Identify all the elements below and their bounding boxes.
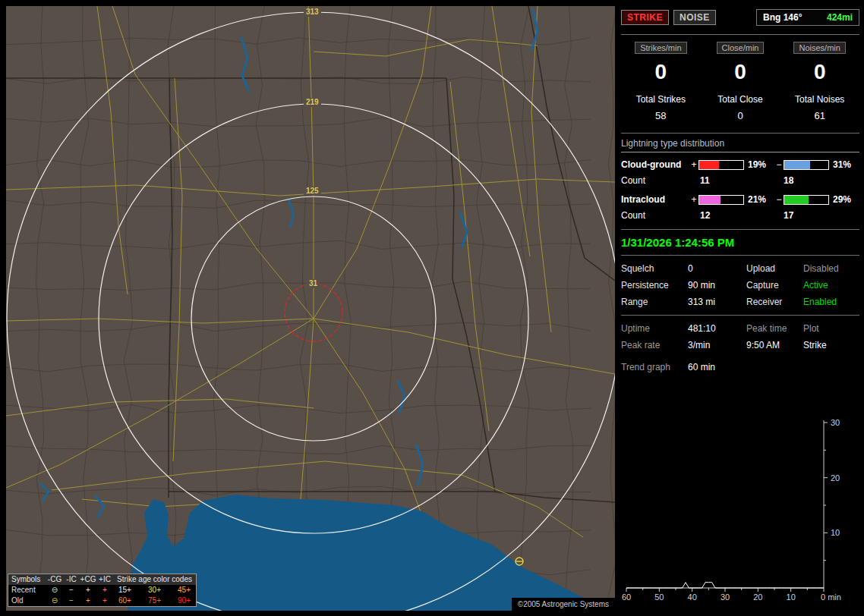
total-strikes-label: Total Strikes xyxy=(621,94,701,105)
svg-text:40: 40 xyxy=(688,592,697,602)
cloud-ground-row: Cloud-ground + 19% − 31% xyxy=(621,159,859,170)
pos-ic-bar-fill xyxy=(699,196,721,204)
old-neg-cg-icon: ⊖ xyxy=(46,596,63,606)
old-pos-ic-icon: + xyxy=(96,596,113,606)
legend-row-label: Recent xyxy=(8,585,46,596)
upload-label: Upload xyxy=(746,263,803,274)
neg-cg-percent: 31% xyxy=(829,159,859,170)
uptime-value: 481:10 xyxy=(688,323,746,334)
legend-row-label: Old xyxy=(8,596,46,606)
recent-pos-ic-icon: + xyxy=(96,585,113,596)
upload-status: Disabled xyxy=(803,263,859,274)
svg-text:10: 10 xyxy=(831,528,840,537)
pos-cg-bar-fill xyxy=(699,161,719,169)
svg-text:30: 30 xyxy=(721,592,730,602)
intracloud-row: Intracloud + 21% − 29% xyxy=(621,194,859,205)
status-panel: STRIKE NOISE Bng 146° 424mi Strikes/min … xyxy=(621,6,859,611)
neg-cg-count: 18 xyxy=(773,175,793,186)
svg-text:20: 20 xyxy=(753,592,762,602)
persistence-value: 90 min xyxy=(688,280,746,291)
range-ring-label: 219 xyxy=(304,98,321,107)
plus-sign: + xyxy=(689,159,698,170)
peak-rate-label: Peak rate xyxy=(621,340,688,350)
age-code: 75+ xyxy=(148,596,161,606)
intracloud-label: Intracloud xyxy=(621,194,689,205)
squelch-label: Squelch xyxy=(621,263,688,274)
map-svg xyxy=(6,6,615,611)
trend-graph: 6050403020100 min102030 xyxy=(621,407,859,608)
age-code: 30+ xyxy=(148,585,161,596)
lightning-map[interactable]: 313 219 125 31 Symbols -CG -IC +CG +IC S… xyxy=(6,6,615,611)
gulf-of-mexico-water xyxy=(128,495,615,611)
neg-cg-bar xyxy=(784,160,829,170)
plot-label: Plot xyxy=(803,323,859,334)
receiver-status: Enabled xyxy=(803,297,859,307)
pos-cg-bar xyxy=(698,160,744,170)
plus-sign: + xyxy=(689,194,698,205)
recent-pos-cg-icon: + xyxy=(80,585,96,596)
age-code: 45+ xyxy=(178,585,191,596)
bearing-value: Bng 146° xyxy=(763,12,802,23)
minus-sign: − xyxy=(774,194,784,205)
pos-ic-count: 12 xyxy=(689,210,773,221)
svg-text:50: 50 xyxy=(654,592,664,602)
uptime-label: Uptime xyxy=(621,323,688,334)
noise-symbol-icon xyxy=(516,558,523,565)
total-strikes-value: 58 xyxy=(621,110,701,121)
range-label: Range xyxy=(621,297,688,307)
legend-col-neg-ic: -IC xyxy=(63,574,80,585)
count-label: Count xyxy=(621,210,689,221)
neg-ic-bar xyxy=(784,195,829,205)
strikes-per-min-label: Strikes/min xyxy=(635,42,686,54)
receiver-label: Receiver xyxy=(746,297,803,307)
total-close-label: Total Close xyxy=(701,94,780,105)
map-legend: Symbols -CG -IC +CG +IC Strike age color… xyxy=(8,574,197,607)
strikes-per-min-value: 0 xyxy=(621,61,701,83)
pos-ic-bar xyxy=(698,195,744,205)
legend-col-pos-cg: +CG xyxy=(80,574,96,585)
trend-graph-row: Trend graph 60 min xyxy=(621,358,859,376)
strike-mode-button[interactable]: STRIKE xyxy=(621,10,669,25)
plot-value: Strike xyxy=(803,340,859,350)
datetime-readout: 1/31/2026 1:24:56 PM xyxy=(621,230,859,255)
noises-per-min-value: 0 xyxy=(780,61,859,83)
legend-age-header: Strike age color codes xyxy=(113,574,196,585)
noises-per-min-label: Noises/min xyxy=(793,42,845,54)
total-noises-label: Total Noises xyxy=(780,94,859,105)
svg-text:10: 10 xyxy=(787,592,796,602)
intracloud-count-row: Count 12 17 xyxy=(621,210,859,221)
cloud-ground-label: Cloud-ground xyxy=(621,159,689,170)
age-code: 90+ xyxy=(178,596,191,606)
range-ring-label: 313 xyxy=(304,8,321,17)
old-neg-ic-icon: − xyxy=(63,596,80,606)
range-setting-value: 313 mi xyxy=(688,297,746,307)
pos-cg-count: 11 xyxy=(689,175,773,186)
trend-graph-label: Trend graph xyxy=(621,362,688,372)
range-ring-label: 31 xyxy=(307,279,320,288)
distribution-title: Lightning type distribution xyxy=(621,134,859,152)
recent-neg-cg-icon: ⊖ xyxy=(46,585,63,596)
status-grid: Squelch 0 Upload Disabled Persistence 90… xyxy=(621,256,859,315)
peak-time-value: 9:50 AM xyxy=(746,340,803,350)
pos-ic-percent: 21% xyxy=(744,194,774,205)
old-pos-cg-icon: + xyxy=(80,596,96,606)
persistence-label: Persistence xyxy=(621,280,688,291)
svg-text:0 min: 0 min xyxy=(821,592,841,602)
peak-rate-value: 3/min xyxy=(688,340,746,350)
recent-neg-ic-icon: − xyxy=(63,585,80,596)
svg-text:60: 60 xyxy=(622,592,631,602)
legend-col-pos-ic: +IC xyxy=(96,574,113,585)
count-label: Count xyxy=(621,175,689,186)
noise-mode-button[interactable]: NOISE xyxy=(673,10,716,25)
close-per-min-label: Close/min xyxy=(717,42,765,54)
trend-graph-window: 60 min xyxy=(688,362,859,372)
pos-cg-percent: 19% xyxy=(744,159,774,170)
neg-ic-bar-fill xyxy=(784,196,809,204)
svg-text:20: 20 xyxy=(831,473,840,482)
close-per-min-value: 0 xyxy=(701,61,780,83)
bearing-range-readout: Bng 146° 424mi xyxy=(756,9,859,26)
minus-sign: − xyxy=(774,159,784,170)
capture-label: Capture xyxy=(746,280,803,291)
neg-ic-percent: 29% xyxy=(829,194,859,205)
total-noises-value: 61 xyxy=(780,110,859,121)
